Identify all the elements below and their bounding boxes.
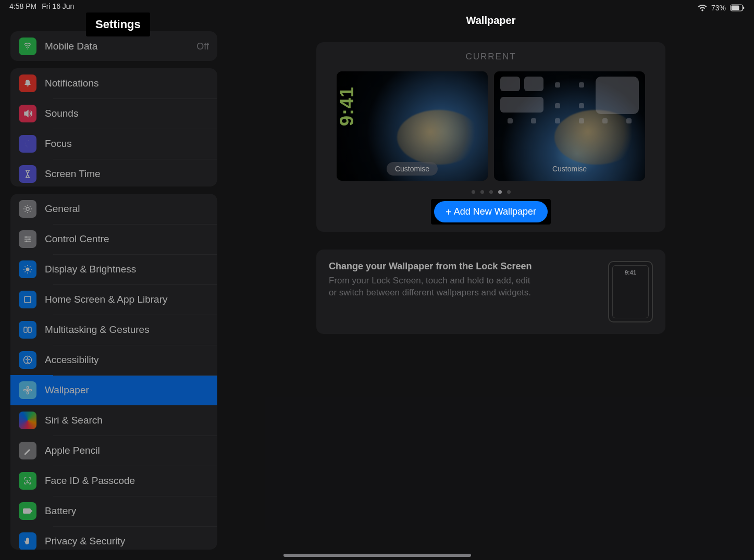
lock-screen-info-card: Change your Wallpaper from the Lock Scre… <box>316 250 665 334</box>
add-new-wallpaper-button[interactable]: + Add New Wallpaper <box>434 201 548 222</box>
settings-sidebar: Settings Mobile Data Off Notifications S… <box>0 0 228 560</box>
person-icon <box>19 351 36 369</box>
multitask-icon <box>19 321 36 339</box>
status-bar: 4:58 PM Fri 16 Jun 73% <box>0 0 754 14</box>
flower-icon <box>19 381 36 399</box>
sidebar-item-display-brightness[interactable]: Display & Brightness <box>10 254 217 284</box>
svg-rect-8 <box>24 296 31 303</box>
sidebar-group-general: General Control Centre Display & Brightn… <box>10 194 217 550</box>
grid-icon <box>19 291 36 308</box>
dot[interactable] <box>489 190 493 194</box>
page-dots[interactable] <box>472 190 511 194</box>
sidebar-item-control-centre[interactable]: Control Centre <box>10 224 217 254</box>
sidebar-item-multitasking[interactable]: Multitasking & Gestures <box>10 315 217 345</box>
battery-row-icon <box>19 502 36 520</box>
mini-clock: 9:41 <box>625 269 636 276</box>
svg-rect-2 <box>743 7 744 9</box>
detail-pane: Wallpaper CURRENT 9:41 Customise <box>228 0 754 560</box>
info-body: From your Lock Screen, touch and hold to… <box>329 275 537 299</box>
sliders-icon <box>19 230 36 248</box>
dot[interactable] <box>507 190 511 194</box>
sidebar-item-home-screen[interactable]: Home Screen & App Library <box>10 284 217 315</box>
wifi-icon <box>698 4 707 11</box>
sidebar-item-label: Notifications <box>45 78 99 89</box>
svg-point-16 <box>23 390 26 391</box>
mobile-data-icon <box>19 38 36 55</box>
sidebar-item-label: Battery <box>45 505 76 517</box>
sidebar-item-faceid[interactable]: Face ID & Passcode <box>10 466 217 496</box>
svg-point-12 <box>27 358 29 359</box>
customise-home-button[interactable]: Customise <box>544 162 595 176</box>
svg-point-7 <box>26 268 30 271</box>
siri-icon <box>19 412 36 429</box>
sidebar-item-label: Apple Pencil <box>45 445 100 456</box>
dot[interactable] <box>480 190 484 194</box>
sidebar-item-label: Focus <box>45 138 72 150</box>
status-time: 4:58 PM <box>9 2 36 14</box>
customise-lock-button[interactable]: Customise <box>387 162 438 176</box>
moon-icon <box>19 135 36 153</box>
sidebar-item-label: Privacy & Security <box>45 536 125 547</box>
mini-device-icon: 9:41 <box>608 261 653 322</box>
sidebar-item-general[interactable]: General <box>10 194 217 224</box>
gear-icon <box>19 200 36 218</box>
page-title: Wallpaper <box>466 15 516 27</box>
svg-rect-19 <box>31 510 32 512</box>
lock-screen-preview[interactable]: 9:41 Customise <box>337 71 488 181</box>
sidebar-item-label: Accessibility <box>45 354 98 366</box>
widget-grid-icon <box>500 77 639 123</box>
svg-rect-9 <box>24 327 27 332</box>
dot-active[interactable] <box>498 190 502 194</box>
speaker-icon <box>19 105 36 122</box>
sidebar-item-label: Multitasking & Gestures <box>45 324 150 335</box>
current-wallpaper-card: CURRENT 9:41 Customise <box>316 42 665 232</box>
sidebar-item-siri-search[interactable]: Siri & Search <box>10 405 217 435</box>
sidebar-item-privacy[interactable]: Privacy & Security <box>10 526 217 550</box>
sidebar-item-label: Wallpaper <box>45 384 89 396</box>
svg-rect-18 <box>23 508 31 514</box>
sidebar-item-label: Mobile Data <box>45 41 97 52</box>
svg-point-17 <box>29 390 31 391</box>
svg-rect-1 <box>732 6 739 10</box>
sidebar-item-notifications[interactable]: Notifications <box>10 68 217 98</box>
svg-point-15 <box>27 392 28 394</box>
faceid-icon <box>19 472 36 490</box>
add-new-label: Add New Wallpaper <box>454 206 536 217</box>
svg-point-13 <box>27 389 29 391</box>
sidebar-item-label: Face ID & Passcode <box>45 475 135 487</box>
home-indicator[interactable] <box>283 554 471 557</box>
sidebar-item-label: Home Screen & App Library <box>45 294 168 305</box>
battery-percent: 73% <box>711 4 726 12</box>
sidebar-item-label: Siri & Search <box>45 415 103 426</box>
sidebar-item-screen-time[interactable]: Screen Time <box>10 159 217 187</box>
sidebar-item-accessibility[interactable]: Accessibility <box>10 345 217 375</box>
svg-point-3 <box>26 207 29 210</box>
sun-icon <box>19 260 36 278</box>
info-heading: Change your Wallpaper from the Lock Scre… <box>329 261 537 272</box>
sidebar-item-label: Screen Time <box>45 168 101 180</box>
svg-point-14 <box>27 387 28 389</box>
bell-icon <box>19 74 36 92</box>
settings-title: Settings <box>86 13 150 36</box>
svg-rect-10 <box>28 327 31 332</box>
lock-clock: 9:41 <box>337 86 358 126</box>
pencil-icon <box>19 442 36 459</box>
sidebar-item-value: Off <box>196 41 209 52</box>
svg-point-5 <box>28 239 30 240</box>
status-date: Fri 16 Jun <box>42 2 74 14</box>
plus-icon: + <box>446 207 452 217</box>
sidebar-group-alerts: Notifications Sounds Focus Screen Time <box>10 68 217 187</box>
sidebar-item-sounds[interactable]: Sounds <box>10 98 217 129</box>
sidebar-item-label: General <box>45 203 80 215</box>
hand-icon <box>19 532 36 550</box>
sidebar-item-wallpaper[interactable]: Wallpaper <box>10 375 217 405</box>
current-label: CURRENT <box>465 52 516 62</box>
sidebar-item-focus[interactable]: Focus <box>10 129 217 159</box>
sidebar-item-apple-pencil[interactable]: Apple Pencil <box>10 435 217 466</box>
home-screen-preview[interactable]: Customise <box>494 71 645 181</box>
svg-point-6 <box>26 241 27 242</box>
sidebar-item-label: Control Centre <box>45 233 109 245</box>
dot[interactable] <box>472 190 475 194</box>
sidebar-item-battery[interactable]: Battery <box>10 496 217 526</box>
sidebar-item-label: Display & Brightness <box>45 264 136 275</box>
